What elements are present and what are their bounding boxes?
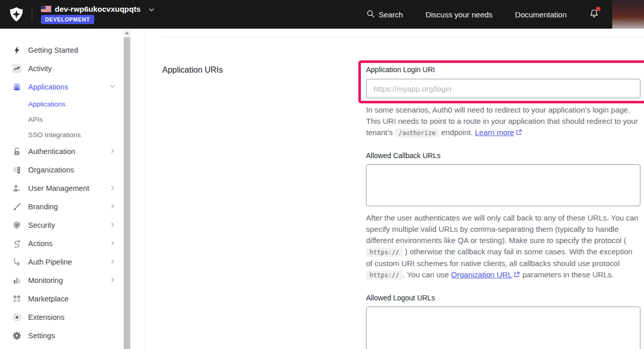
logout-urls-textarea[interactable]	[366, 307, 640, 349]
sidebar-item-marketplace[interactable]: Marketplace	[0, 290, 123, 308]
extensions-icon	[12, 313, 22, 322]
sidebar-item-authentication[interactable]: Authentication	[0, 142, 123, 161]
search-icon	[367, 10, 375, 19]
chevron-right-icon	[110, 147, 116, 156]
sidebar-item-auth-pipeline[interactable]: Auth Pipeline	[0, 253, 123, 271]
https-code-chip: https://	[366, 271, 403, 280]
pipeline-icon	[12, 257, 22, 267]
callback-urls-label: Allowed Callback URLs	[366, 151, 640, 160]
sidebar-item-security[interactable]: Security	[0, 216, 123, 234]
environment-badge: DEVELOPMENT	[41, 15, 94, 24]
chevron-down-icon	[110, 82, 116, 92]
bolt-icon	[12, 46, 22, 55]
external-link-icon	[513, 270, 520, 281]
shield-check-icon	[12, 221, 22, 230]
chevron-right-icon	[110, 221, 116, 230]
login-uri-help: In some scenarios, Auth0 will need to re…	[366, 104, 640, 139]
bar-chart-icon	[12, 276, 22, 285]
sidebar-item-monitoring[interactable]: Monitoring	[0, 271, 123, 290]
paintbrush-icon	[12, 202, 22, 211]
sidebar-item-applications[interactable]: Applications	[0, 78, 123, 96]
discuss-your-needs-link[interactable]: Discuss your needs	[425, 10, 492, 19]
organization-url-link[interactable]: Organization URL	[451, 270, 512, 279]
chevron-right-icon	[110, 276, 116, 285]
sidebar-item-activity[interactable]: Activity	[0, 59, 123, 78]
tenant-switcher[interactable]: dev-rwp6ukocvxuqpqts DEVELOPMENT	[41, 5, 141, 24]
chevron-right-icon	[110, 239, 116, 248]
bell-icon	[589, 11, 599, 20]
top-header: dev-rwp6ukocvxuqpqts DEVELOPMENT Search …	[0, 0, 644, 29]
login-uri-label: Application Login URI	[366, 65, 640, 74]
scrollbar-up-arrow[interactable]	[125, 32, 129, 34]
https-code-chip: https://	[366, 248, 403, 257]
layers-icon	[12, 82, 22, 92]
sidebar-item-actions[interactable]: Actions	[0, 234, 123, 253]
sidebar-item-settings[interactable]: Settings	[0, 326, 123, 345]
chevron-right-icon	[110, 184, 116, 193]
callback-urls-textarea[interactable]	[366, 164, 640, 206]
header-divider	[32, 8, 32, 21]
section-divider	[162, 37, 644, 37]
sidebar-subitem-sso-integrations[interactable]: SSO Integrations	[0, 127, 123, 142]
sidebar-item-organizations[interactable]: Organizations	[0, 161, 123, 179]
sidebar-item-getting-started[interactable]: Getting Started	[0, 41, 123, 59]
auth0-logo-icon[interactable]	[9, 7, 24, 22]
documentation-link[interactable]: Documentation	[515, 10, 567, 19]
notifications-button[interactable]	[589, 9, 599, 20]
section-title: Application URIs	[162, 65, 366, 75]
flow-icon	[12, 239, 22, 248]
activity-chart-icon	[12, 64, 22, 73]
sidebar-subitem-applications[interactable]: Applications	[0, 96, 123, 112]
logout-urls-label: Allowed Logout URLs	[366, 293, 640, 302]
sidebar-nav: Getting Started Activity Applications Ap…	[0, 29, 145, 349]
building-icon	[12, 165, 22, 174]
callback-urls-help: After the user authenticates we will onl…	[366, 212, 640, 281]
user-gear-icon	[12, 184, 22, 193]
search-label: Search	[379, 10, 403, 19]
login-uri-input[interactable]	[366, 79, 640, 98]
gear-icon	[12, 331, 22, 340]
us-flag-icon	[41, 6, 51, 12]
chevron-right-icon	[110, 202, 116, 211]
main-content: Application URIs Application Login URI I…	[145, 29, 644, 349]
chevron-right-icon	[110, 257, 116, 267]
learn-more-link[interactable]: Learn more	[475, 128, 514, 137]
grid-plus-icon	[12, 294, 22, 303]
user-avatar[interactable]	[612, 0, 644, 29]
search-button[interactable]: Search	[367, 10, 403, 19]
external-link-icon	[516, 127, 522, 139]
sidebar-item-extensions[interactable]: Extensions	[0, 308, 123, 326]
chevron-down-icon	[148, 6, 155, 15]
authorize-code-chip: /authorize	[395, 128, 439, 138]
lock-icon	[12, 147, 22, 156]
notification-dot	[596, 7, 600, 11]
sidebar-item-branding[interactable]: Branding	[0, 198, 123, 216]
sidebar-item-user-management[interactable]: User Management	[0, 179, 123, 198]
scrollbar-thumb[interactable]	[124, 37, 130, 349]
tenant-name: dev-rwp6ukocvxuqpqts	[55, 5, 141, 13]
sidebar-scrollbar[interactable]	[123, 29, 131, 349]
sidebar-subitem-apis[interactable]: APIs	[0, 112, 123, 127]
